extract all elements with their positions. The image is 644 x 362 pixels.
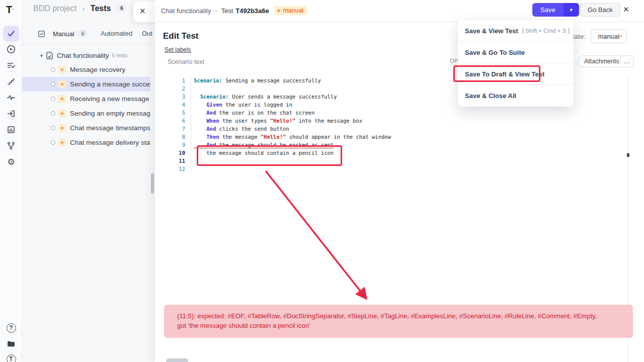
tree-test-item[interactable]: ✳Message recovery [22,62,150,77]
panel-close-icon[interactable]: ✕ [623,5,629,14]
select-chevron-icon: ▼ [619,34,623,39]
code-line-6[interactable]: 6 When the user types "Hello!" into the … [171,117,632,125]
nav-help-item[interactable]: ? [3,320,19,336]
brand-logo-icon: T [7,354,16,362]
nav-projects-item[interactable] [3,336,19,352]
suite-meta: 6 tests [112,52,128,58]
attachments-button[interactable]: Attachments [578,55,625,67]
code-line-11[interactable]: 11 [171,157,632,165]
menu-item-save-go-to-suite[interactable]: Save & Go To Suite [458,42,574,63]
state-select-value: manual [598,33,619,40]
breadcrumb-separator: › [215,8,217,14]
nav-pulse-item[interactable] [3,89,19,106]
test-item-label: Sending a message succes [70,80,150,88]
test-plans-icon [7,61,16,70]
chevron-down-icon[interactable]: ▾ [40,53,43,58]
tree-test-item[interactable]: ✳Sending a message succes [22,77,150,92]
reports-icon [7,125,16,134]
breadcrumb-separator: › [83,5,85,13]
test-status-circle-icon[interactable] [51,111,55,116]
nav-import-item[interactable] [3,106,19,122]
save-dropdown-chevron-icon[interactable]: ▼ [564,3,579,17]
menu-item-save-close-all[interactable]: Save & Close All [458,85,574,107]
suite-label[interactable]: Chat functionality [57,52,109,59]
tab-manual[interactable]: Manual6 [53,30,88,38]
project-breadcrumb: BDD project › Tests 6 [33,4,127,13]
suite-row[interactable]: ▾ Chat functionality 6 tests [22,48,150,62]
code-line-7[interactable]: 7 And clicks the send button [171,125,632,133]
code-text: And the user is on the chat screen [191,109,314,117]
pulse-icon [7,93,16,102]
test-item-label: Message recovery [70,66,125,73]
breadcrumb-section[interactable]: Tests [91,4,111,13]
projects-folder-icon [7,339,16,348]
editor-scrollbar-tick[interactable] [627,153,629,157]
tab-out[interactable]: Out [142,30,152,37]
nav-reports-item[interactable] [3,122,19,138]
code-line-10[interactable]: 10 the message should contain a pencil i… [171,149,632,157]
breadcrumb-test-prefix: Test [221,7,233,15]
test-status-circle-icon[interactable] [51,97,55,101]
tests-count-badge: 6 [117,4,127,12]
help-icon: ? [7,323,16,333]
test-breadcrumb: Chat functionality › Test T492b3a6e ✳ ma… [161,6,307,15]
code-text: Scenario: Sending a message successfully [191,76,321,84]
code-line-5[interactable]: 5 And the user is on the chat screen [171,109,632,117]
runs-play-icon [7,45,16,54]
nav-runs-item[interactable] [3,41,19,57]
go-back-button[interactable]: Go Back [580,3,620,17]
set-labels-link[interactable]: Set labels [165,46,191,53]
tab-automated[interactable]: Automated [101,30,132,37]
menu-item-shortcut: [ Shift + Cmd + S ] [522,28,570,34]
nav-plans-item[interactable] [3,57,19,73]
code-text: the message should contain a pencil icon [191,149,334,157]
bottom-scroll-handle[interactable] [166,358,188,362]
manual-test-icon: ✳ [58,95,66,103]
tree-test-item[interactable]: ✳Chat message delivery stat [22,135,150,150]
clipboard-check-icon[interactable] [37,30,46,38]
breadcrumb-suite[interactable]: Chat functionality [161,7,211,15]
nav-settings-item[interactable]: ⚙ [3,154,19,170]
breadcrumb-project[interactable]: BDD project [33,4,76,13]
menu-item-save-to-draft-view-test[interactable]: Save To Draft & View Test [458,63,574,85]
sidebar-rail: T' ⚙ ? T [0,0,22,362]
test-status-circle-icon[interactable] [51,126,55,130]
test-item-label: Sending an empty message [70,110,150,117]
code-line-9[interactable]: 9 And the message should be marked as se… [171,141,632,149]
code-text: And clicks the send button [191,125,289,133]
nav-brand-item[interactable]: T [3,351,19,362]
tree-scrollbar-thumb[interactable] [151,173,154,194]
test-item-label: Chat message delivery stat [70,139,150,146]
tests-check-icon [7,29,16,38]
menu-item-label: Save & Close All [465,92,516,100]
tree-test-item[interactable]: ✳Receiving a new message [22,92,150,106]
code-line-8[interactable]: 8 Then the message "Hello!" should appea… [171,133,632,141]
breadcrumb-test-id: T492b3a6e [235,7,269,15]
state-select[interactable]: manual ▼ [591,29,627,43]
app-logo[interactable]: T' [6,4,14,16]
line-number: 1 [171,76,185,84]
nav-branch-item[interactable] [3,138,19,154]
panel-tab-close-icon[interactable]: ✕ [139,7,146,16]
nav-tests-item[interactable] [3,26,19,42]
line-number: 6 [171,117,185,125]
test-status-circle-icon[interactable] [51,140,55,145]
menu-item-label: Save To Draft & View Test [465,70,544,78]
save-button[interactable]: Save [532,3,564,17]
code-line-12[interactable]: 12 [171,165,632,173]
tab-count-badge: 6 [78,30,88,38]
test-status-circle-icon[interactable] [51,67,55,72]
menu-item-save-view-test[interactable]: Save & View Test[ Shift + Cmd + S ] [458,20,574,42]
line-number: 4 [171,101,185,109]
test-status-circle-icon[interactable] [51,82,55,86]
manual-badge-label: manual [283,7,303,14]
code-text [191,165,197,173]
nav-steps-item[interactable] [3,73,19,89]
steps-icon [7,77,16,86]
tree-test-item[interactable]: ✳Sending an empty message [22,106,150,121]
more-options-button[interactable]: ... [620,55,634,67]
tree-test-item[interactable]: ✳Chat message timestamps [22,121,150,135]
line-number: 10 [171,149,185,157]
line-number: 12 [171,165,185,173]
truncated-op-label: OP [450,58,458,64]
